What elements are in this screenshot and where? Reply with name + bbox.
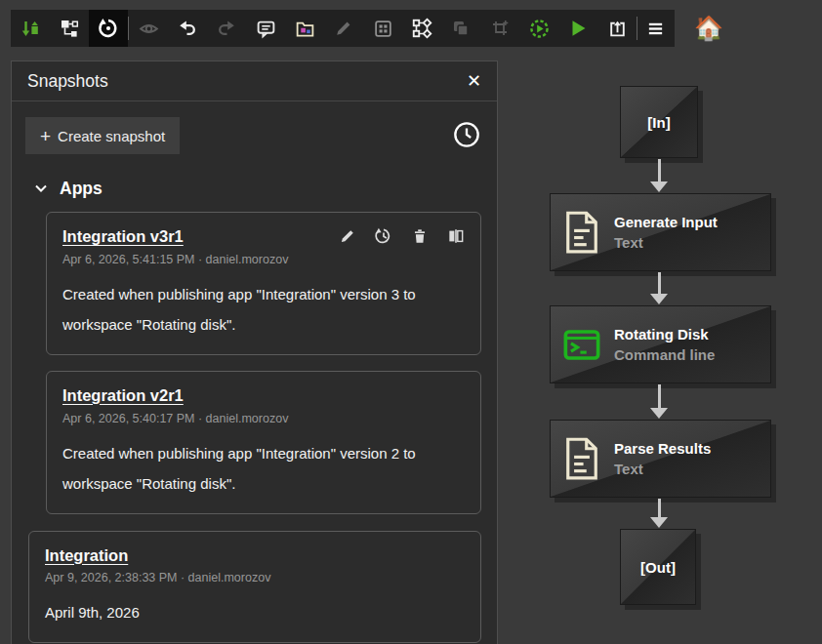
app-window: 🏠 [In] Generate Input Text	[0, 0, 822, 644]
hierarchy-icon	[60, 19, 79, 38]
dashboard-grid-icon	[373, 19, 393, 39]
chevron-down-icon	[33, 181, 49, 196]
panel-title: Snapshots	[27, 71, 108, 92]
delete-snapshot-icon[interactable]	[411, 227, 429, 245]
visibility-button[interactable]	[129, 10, 168, 47]
snapshot-meta: Apr 6, 2026, 5:41:15 PM · daniel.morozov	[62, 253, 465, 266]
flow-connector-arrow	[650, 499, 668, 528]
undo-icon	[178, 19, 197, 38]
home-button[interactable]: 🏠	[693, 13, 724, 44]
add-frame-button[interactable]	[480, 10, 519, 47]
snapshot-actions	[339, 224, 465, 245]
snapshots-panel-header: Snapshots ✕	[12, 61, 497, 101]
flow-node-subtitle: Text	[614, 233, 718, 253]
flow-node-out-label: [Out]	[640, 559, 676, 576]
snapshots-toolbar: + Create snapshot	[12, 101, 497, 154]
create-snapshot-label: Create snapshot	[58, 128, 165, 144]
flow-node-out[interactable]: [Out]	[620, 529, 696, 605]
create-snapshot-button[interactable]: + Create snapshot	[25, 117, 180, 154]
text-document-icon	[563, 210, 600, 255]
flow-connector-arrow	[650, 159, 668, 192]
duplicate-icon	[451, 19, 471, 38]
apps-section-label: Apps	[60, 179, 103, 199]
snapshot-title-link[interactable]: Integration v2r1	[62, 383, 184, 408]
hierarchy-button[interactable]	[50, 10, 89, 47]
snapshot-meta: Apr 9, 2026, 2:38:33 PM · daniel.morozov	[45, 571, 465, 584]
compare-snapshot-icon[interactable]	[447, 227, 465, 245]
flow-connector-arrow	[650, 272, 668, 304]
hamburger-menu-icon	[646, 20, 665, 38]
dashboard-button[interactable]	[363, 10, 402, 47]
comment-icon	[256, 19, 276, 39]
flow-node-subtitle: Command line	[614, 345, 715, 365]
flow-connector-arrow	[650, 384, 668, 419]
main-toolbar	[11, 10, 675, 47]
close-icon[interactable]: ✕	[467, 72, 481, 90]
project-folder-icon	[295, 19, 315, 39]
io-ports-icon	[21, 19, 40, 38]
duplicate-button[interactable]	[441, 10, 480, 47]
flow-node-rotating-disk[interactable]: Rotating Disk Command line	[550, 305, 771, 383]
snapshot-description: Created when publishing app "Integration…	[62, 438, 465, 499]
redo-icon	[217, 19, 236, 38]
restore-snapshot-icon[interactable]	[375, 227, 392, 245]
snapshot-description: Created when publishing app "Integration…	[62, 279, 465, 340]
add-frame-icon	[490, 19, 510, 38]
text-document-icon	[563, 436, 600, 481]
history-button[interactable]	[89, 10, 128, 47]
run-settings-gear-icon	[528, 18, 551, 40]
export-button[interactable]	[597, 10, 637, 47]
snapshot-title-link[interactable]: Integration v3r1	[62, 224, 184, 249]
flow-node-title: Generate Input	[614, 213, 718, 232]
snapshot-description: April 9th, 2026	[45, 597, 465, 627]
eye-icon	[139, 19, 159, 39]
snapshot-history-toggle[interactable]	[453, 121, 480, 148]
flow-node-in[interactable]: [In]	[620, 86, 698, 158]
snapshot-card[interactable]: Integration v2r1 Apr 6, 2026, 5:40:17 PM…	[46, 371, 481, 514]
export-icon	[607, 19, 628, 39]
play-icon	[567, 18, 589, 39]
io-ports-button[interactable]	[11, 10, 50, 47]
flow-node-title: Rotating Disk	[614, 325, 715, 344]
menu-button[interactable]	[637, 10, 673, 47]
undo-button[interactable]	[168, 10, 207, 47]
command-line-icon	[563, 329, 600, 361]
edit-snapshot-icon[interactable]	[339, 227, 356, 245]
graph-nodes-icon	[411, 18, 432, 39]
snapshot-meta: Apr 6, 2026, 5:40:17 PM · daniel.morozov	[62, 412, 465, 425]
flow-node-generate-input[interactable]: Generate Input Text	[550, 193, 771, 271]
plus-icon: +	[40, 127, 51, 145]
history-icon	[98, 18, 119, 39]
snapshots-panel: Snapshots ✕ + Create snapshot Apps	[11, 60, 498, 644]
project-folder-button[interactable]	[285, 10, 324, 47]
clock-icon	[453, 121, 480, 148]
flow-node-subtitle: Text	[614, 460, 711, 479]
flow-node-parse-results[interactable]: Parse Results Text	[550, 420, 771, 498]
flow-node-in-label: [In]	[647, 114, 670, 131]
run-settings-button[interactable]	[519, 10, 558, 47]
edit-button[interactable]	[324, 10, 363, 47]
home-icon: 🏠	[694, 17, 723, 40]
comments-button[interactable]	[246, 10, 285, 47]
snapshot-card[interactable]: Integration Apr 9, 2026, 2:38:33 PM · da…	[28, 531, 481, 644]
flow-node-title: Parse Results	[614, 439, 711, 459]
snapshot-title-link[interactable]: Integration	[45, 543, 128, 568]
run-button[interactable]	[558, 10, 597, 47]
snapshot-card[interactable]: Integration v3r1	[46, 212, 481, 355]
apps-section-toggle[interactable]: Apps	[33, 176, 497, 201]
graph-nodes-button[interactable]	[402, 10, 441, 47]
pencil-icon	[334, 19, 353, 38]
redo-button[interactable]	[207, 10, 246, 47]
